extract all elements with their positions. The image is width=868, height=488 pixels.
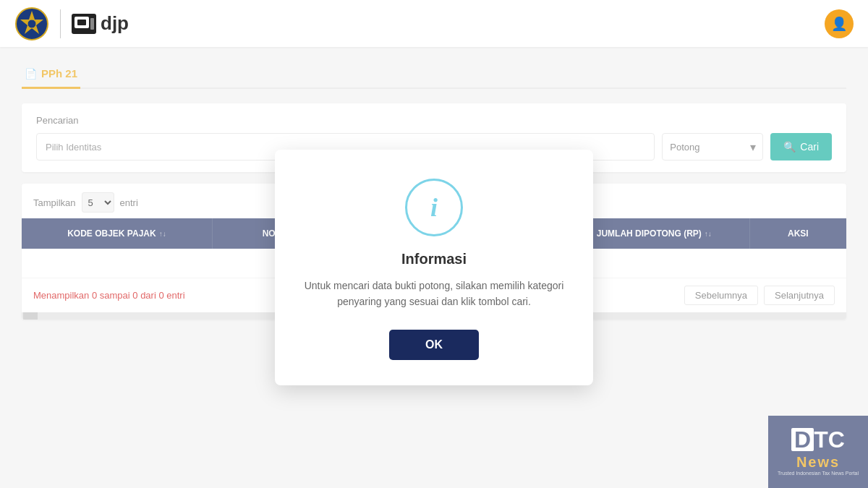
djp-text: djp	[101, 12, 129, 35]
header-divider	[60, 9, 61, 38]
modal-info-icon: i	[405, 179, 463, 236]
main-content: 📄 PPh 21 Pencarian Potong Semua 🔍 Cari T…	[0, 47, 868, 488]
modal-message: Untuk mencari data bukti potong, silakan…	[304, 278, 564, 310]
modal-icon-text: i	[430, 192, 438, 223]
svg-point-2	[27, 20, 36, 28]
modal-title: Informasi	[401, 251, 467, 267]
svg-rect-6	[90, 18, 94, 30]
djp-logo: djp	[72, 12, 129, 35]
user-icon: 👤	[831, 16, 847, 32]
djp-icon	[72, 14, 96, 34]
modal-dialog: i Informasi Untuk mencari data bukti pot…	[275, 150, 593, 386]
modal-ok-button[interactable]: OK	[389, 330, 479, 360]
modal-overlay: i Informasi Untuk mencari data bukti pot…	[0, 47, 868, 488]
user-avatar[interactable]: 👤	[825, 9, 854, 38]
kemenkeu-logo	[14, 7, 49, 41]
svg-rect-5	[77, 20, 86, 25]
header: djp 👤	[0, 0, 868, 47]
header-left: djp	[14, 7, 129, 41]
